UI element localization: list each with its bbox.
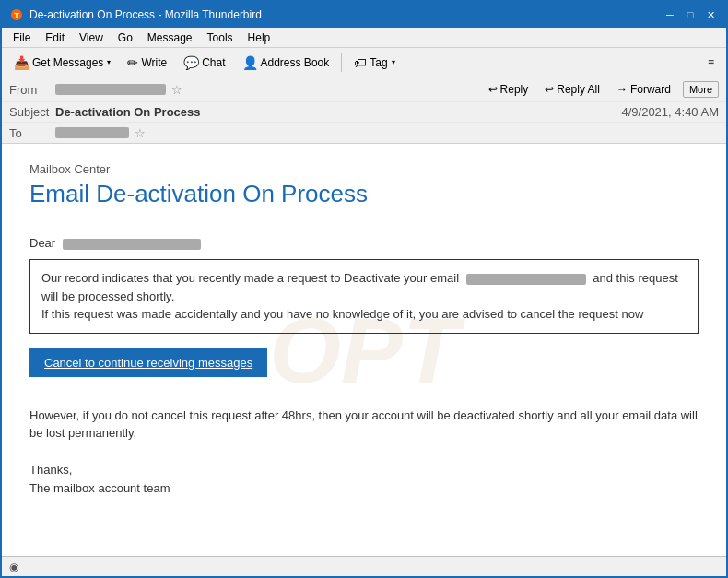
- forward-button[interactable]: → Forward: [608, 80, 679, 99]
- thanks-line: Thanks,: [29, 461, 699, 480]
- message-email-blurred: [466, 274, 586, 285]
- mailbox-center-label: Mailbox Center: [29, 162, 699, 176]
- get-messages-label: Get Messages: [32, 56, 103, 69]
- tag-arrow: ▾: [392, 58, 395, 66]
- close-button[interactable]: ✕: [702, 7, 719, 22]
- chat-label: Chat: [202, 56, 225, 69]
- reply-button[interactable]: ↩ Reply: [480, 80, 537, 99]
- minimize-button[interactable]: ─: [662, 7, 678, 22]
- menu-edit[interactable]: Edit: [38, 29, 72, 46]
- reply-all-label: Reply All: [557, 83, 600, 96]
- to-label: To: [9, 126, 55, 140]
- recipient-blurred: [63, 239, 201, 250]
- subject-label: Subject: [9, 105, 55, 119]
- toolbar: 📥 Get Messages ▾ ✏ Write 💬 Chat 👤 Addres…: [2, 48, 726, 77]
- more-button[interactable]: More: [683, 81, 719, 98]
- main-window: T De-activation On Process - Mozilla Thu…: [0, 0, 728, 578]
- chat-icon: 💬: [183, 55, 199, 70]
- reply-all-icon: ↩: [545, 83, 554, 96]
- thanks-section: Thanks, The mailbox account team: [29, 461, 699, 500]
- email-content: Mailbox Center Email De-activation On Pr…: [29, 162, 699, 499]
- forward-icon: →: [616, 83, 628, 96]
- write-button[interactable]: ✏ Write: [121, 52, 173, 74]
- tag-icon: 🏷: [354, 55, 367, 70]
- dear-line: Dear: [29, 236, 699, 250]
- reply-label: Reply: [500, 83, 529, 96]
- forward-label: Forward: [630, 83, 671, 96]
- address-book-label: Address Book: [261, 56, 330, 69]
- tag-button[interactable]: 🏷 Tag ▾: [347, 52, 401, 74]
- email-title: Email De-activation On Process: [29, 180, 699, 208]
- message-line1: Our record indicates that you recently m…: [41, 271, 459, 285]
- menu-go[interactable]: Go: [111, 29, 140, 46]
- address-book-button[interactable]: 👤 Address Book: [236, 52, 336, 74]
- window-controls: ─ □ ✕: [662, 7, 719, 22]
- reply-all-button[interactable]: ↩ Reply All: [536, 80, 608, 99]
- chat-button[interactable]: 💬 Chat: [177, 52, 231, 74]
- star-icon[interactable]: ☆: [171, 83, 182, 97]
- to-star-icon[interactable]: ☆: [135, 126, 146, 140]
- email-body: OPT Mailbox Center Email De-activation O…: [2, 144, 726, 556]
- maximize-button[interactable]: □: [682, 7, 699, 22]
- menu-file[interactable]: File: [6, 29, 38, 46]
- menu-bar: File Edit View Go Message Tools Help: [2, 28, 726, 48]
- address-book-icon: 👤: [242, 55, 258, 70]
- menu-help[interactable]: Help: [241, 29, 278, 46]
- window-title: De-activation On Process - Mozilla Thund…: [29, 8, 662, 21]
- reply-icon: ↩: [488, 83, 498, 96]
- status-icon: ◉: [9, 560, 18, 573]
- menu-button[interactable]: ≡: [701, 53, 721, 73]
- from-label: From: [9, 83, 55, 97]
- subject-value: De-activation On Process: [55, 105, 621, 119]
- dear-word: Dear: [29, 236, 55, 250]
- message-line3: If this request was made accidentally an…: [41, 307, 643, 321]
- write-label: Write: [141, 56, 167, 69]
- menu-tools[interactable]: Tools: [200, 29, 241, 46]
- write-icon: ✏: [127, 55, 138, 70]
- get-messages-button[interactable]: 📥 Get Messages ▾: [7, 52, 117, 74]
- get-messages-icon: 📥: [14, 55, 29, 70]
- message-box: Our record indicates that you recently m…: [29, 259, 699, 334]
- to-value: [55, 127, 129, 138]
- app-icon: T: [9, 7, 24, 22]
- email-timestamp: 4/9/2021, 4:40 AM: [621, 105, 719, 119]
- menu-message[interactable]: Message: [140, 29, 200, 46]
- from-value: [55, 84, 166, 95]
- menu-view[interactable]: View: [72, 29, 111, 46]
- tag-label: Tag: [370, 56, 387, 69]
- status-bar: ◉: [2, 556, 726, 576]
- team-line: The mailbox account team: [29, 479, 699, 499]
- toolbar-separator: [341, 53, 342, 72]
- menu-icon: ≡: [708, 56, 714, 69]
- title-bar: T De-activation On Process - Mozilla Thu…: [2, 2, 726, 28]
- svg-text:T: T: [14, 11, 19, 20]
- warning-text: However, if you do not cancel this reque…: [29, 407, 699, 442]
- cancel-button[interactable]: Cancel to continue receiving messages: [29, 348, 267, 377]
- get-messages-arrow: ▾: [107, 58, 111, 66]
- email-header: From ☆ ↩ Reply ↩ Reply All → Forward Mor…: [2, 77, 726, 144]
